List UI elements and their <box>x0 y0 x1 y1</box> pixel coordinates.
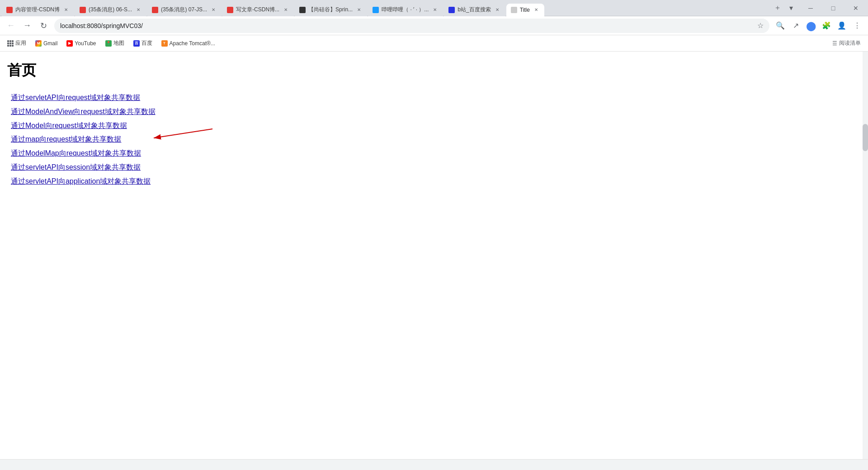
tab-label-6: 哔哩哔哩（ · ′ · ）... <box>382 6 429 14</box>
bookmark-apps-label: 应用 <box>15 39 26 47</box>
youtube-favicon: ▶ <box>66 40 73 47</box>
tab-label-2: (35条消息) 06-S... <box>89 6 132 14</box>
bookmark-maps-label: 地图 <box>113 39 124 47</box>
tab-label-5: 【尚硅谷】Sprin... <box>308 6 353 14</box>
tab-7[interactable]: b站_百度搜索✕ <box>444 4 505 16</box>
page-content: 首页 通过servletAPI向request域对象共享数据通过ModelAnd… <box>0 52 868 197</box>
page-link-1[interactable]: 通过servletAPI向request域对象共享数据 <box>11 91 861 104</box>
minimize-button[interactable]: ─ <box>800 1 821 15</box>
tab-close-2[interactable]: ✕ <box>135 6 142 14</box>
tab-label-8: Title <box>520 7 530 13</box>
menu-button[interactable]: ⋮ <box>850 19 864 33</box>
tab-4[interactable]: 写文章-CSDN博...✕ <box>222 4 294 16</box>
reading-list-icon: ☰ <box>832 40 837 47</box>
tab-list-button[interactable]: ▾ <box>785 2 797 14</box>
page-link-2[interactable]: 通过ModelAndView向request域对象共享数据 <box>11 105 861 119</box>
bookmark-baidu-label: 百度 <box>142 39 152 47</box>
tab-8[interactable]: Title✕ <box>506 4 544 16</box>
toolbar-right-buttons: 🔍 ↗ ⬤ 🧩 👤 ⋮ <box>773 19 864 33</box>
apps-grid-icon <box>7 40 14 47</box>
browser-frame: 内容管理-CSDN博✕(35条消息) 06-S...✕(35条消息) 07-JS… <box>0 0 868 197</box>
tab-close-6[interactable]: ✕ <box>431 6 439 14</box>
scrollbar-thumb[interactable] <box>863 124 868 151</box>
toolbar: ← → ↻ localhost:8080/springMVC03/ ☆ 🔍 ↗ … <box>0 16 868 35</box>
maps-favicon: 📍 <box>105 40 112 47</box>
bookmarks-bar: 应用 M Gmail ▶ YouTube 📍 地图 百 百度 T Apache … <box>0 35 868 52</box>
bookmark-baidu[interactable]: 百 百度 <box>130 38 156 49</box>
page-link-4[interactable]: 通过map向request域对象共享数据 <box>11 133 861 146</box>
tab-bar: 内容管理-CSDN博✕(35条消息) 06-S...✕(35条消息) 07-JS… <box>0 0 868 16</box>
tab-5[interactable]: 【尚硅谷】Sprin...✕ <box>295 4 367 16</box>
page-link-5[interactable]: 通过ModelMap向request域对象共享数据 <box>11 147 861 160</box>
tab-2[interactable]: (35条消息) 06-S...✕ <box>75 4 146 16</box>
status-bar <box>0 459 868 470</box>
back-button[interactable]: ← <box>4 19 18 33</box>
scrollbar-track[interactable] <box>863 52 868 470</box>
refresh-button[interactable]: ↻ <box>36 19 51 33</box>
bookmark-tomcat[interactable]: T Apache Tomcat®... <box>158 38 219 48</box>
tab-favicon-5 <box>299 7 306 13</box>
tab-label-7: b站_百度搜索 <box>458 6 491 14</box>
links-list: 通过servletAPI向request域对象共享数据通过ModelAndVie… <box>11 91 861 188</box>
close-button[interactable]: ✕ <box>845 1 866 15</box>
share-button[interactable]: ↗ <box>788 19 803 33</box>
baidu-favicon: 百 <box>133 40 140 47</box>
window-controls: ─ □ ✕ <box>800 1 866 15</box>
maximize-button[interactable]: □ <box>823 1 844 15</box>
bookmark-maps[interactable]: 📍 地图 <box>102 38 128 49</box>
bookmark-apps[interactable]: 应用 <box>4 38 30 49</box>
reading-mode-label: 阅读清单 <box>839 39 861 47</box>
tab-close-3[interactable]: ✕ <box>210 6 217 14</box>
tab-close-1[interactable]: ✕ <box>62 6 70 14</box>
profile-button[interactable]: 👤 <box>835 19 849 33</box>
tab-bar-controls: ＋ ▾ ─ □ ✕ <box>771 1 866 15</box>
extensions-button[interactable]: 🧩 <box>819 19 834 33</box>
tab-6[interactable]: 哔哩哔哩（ · ′ · ）...✕ <box>368 4 443 16</box>
tab-favicon-7 <box>448 7 455 13</box>
page-link-7[interactable]: 通过servletAPI向application域对象共享数据 <box>11 175 861 188</box>
reading-mode-button[interactable]: ☰ 阅读清单 <box>829 38 864 49</box>
tab-3[interactable]: (35条消息) 07-JS...✕ <box>147 4 222 16</box>
tab-label-1: 内容管理-CSDN博 <box>15 6 60 14</box>
tab-label-3: (35条消息) 07-JS... <box>161 6 207 14</box>
search-button[interactable]: 🔍 <box>773 19 788 33</box>
tab-1[interactable]: 内容管理-CSDN博✕ <box>2 4 74 16</box>
bookmark-gmail[interactable]: M Gmail <box>32 38 61 48</box>
tomcat-favicon: T <box>161 40 168 47</box>
gmail-favicon: M <box>35 40 42 47</box>
tab-favicon-2 <box>80 7 86 13</box>
bookmark-gmail-label: Gmail <box>43 40 57 47</box>
chrome-icon: ⬤ <box>804 19 818 33</box>
address-bar[interactable]: localhost:8080/springMVC03/ ☆ <box>54 19 769 33</box>
bookmark-youtube-label: YouTube <box>75 40 96 47</box>
bookmark-tomcat-label: Apache Tomcat®... <box>170 40 215 47</box>
tab-favicon-1 <box>6 7 13 13</box>
bookmark-youtube[interactable]: ▶ YouTube <box>63 38 99 48</box>
star-icon[interactable]: ☆ <box>757 21 764 30</box>
forward-button[interactable]: → <box>20 19 34 33</box>
tab-close-7[interactable]: ✕ <box>494 6 501 14</box>
tab-favicon-8 <box>511 7 517 13</box>
tab-close-4[interactable]: ✕ <box>282 6 289 14</box>
page-link-6[interactable]: 通过servletAPI向session域对象共享数据 <box>11 161 861 174</box>
tab-close-5[interactable]: ✕ <box>355 6 363 14</box>
tab-favicon-6 <box>373 7 379 13</box>
new-tab-button[interactable]: ＋ <box>771 2 784 14</box>
address-text: localhost:8080/springMVC03/ <box>60 22 754 29</box>
tab-favicon-3 <box>152 7 158 13</box>
page-link-3[interactable]: 通过Model向request域对象共享数据 <box>11 119 861 133</box>
tab-close-8[interactable]: ✕ <box>533 6 540 14</box>
tab-favicon-4 <box>227 7 233 13</box>
tab-label-4: 写文章-CSDN博... <box>236 6 279 14</box>
page-title: 首页 <box>7 61 861 81</box>
